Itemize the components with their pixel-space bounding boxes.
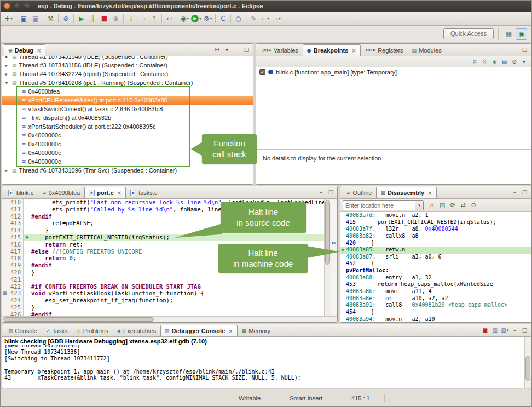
minimize-view-icon[interactable]: – <box>510 45 519 54</box>
external-tools-icon[interactable]: ⚙▾ <box>202 13 213 24</box>
home-icon[interactable]: ⌂ <box>427 200 437 210</box>
search-icon[interactable]: ○ <box>233 13 244 24</box>
minimize-view-icon[interactable]: – <box>316 187 326 197</box>
disasm-inst-row[interactable]: 40083a7d: movi.n a2, 1 <box>340 212 531 219</box>
close-tab-icon[interactable]: × <box>351 48 356 54</box>
disasm-inst-row[interactable]: 40083a8b: movi a11, 4 <box>340 288 531 295</box>
window-minimize-button[interactable] <box>14 3 20 9</box>
maximize-view-icon[interactable]: □ <box>242 45 251 54</box>
tab-variables[interactable]: (x)= Variables <box>258 44 303 56</box>
collapse-icon[interactable]: ▾ <box>5 81 12 85</box>
tab-0x4000bfea[interactable]: ≡ 0x4000bfea <box>38 187 84 198</box>
open-perspective-icon[interactable]: ▦ <box>503 28 514 40</box>
debug-icon[interactable]: ◉▾ <box>179 13 190 24</box>
expand-icon[interactable]: ▸ <box>5 63 12 68</box>
disasm-inst-row[interactable]: 40083a94: mov.n a2, a10 <box>340 316 531 322</box>
disasm-src-row[interactable]: 415 portEXIT_CRITICAL_NESTED(irqStatus); <box>340 219 531 226</box>
tab-tasks-c[interactable]: c tasks.c <box>126 187 161 198</box>
disasm-src-row[interactable]: 453 return heap_caps_malloc(xWantedSize <box>340 281 531 288</box>
code-line[interactable]: 415▶ portEXIT_CRITICAL_NESTED(irqStatus)… <box>2 234 324 241</box>
new-wizard-icon[interactable]: +▾ <box>3 13 14 24</box>
editor-vertical-scrollbar[interactable] <box>324 199 331 316</box>
location-input[interactable]: Enter location here ▾ <box>343 200 424 210</box>
stack-frame-row[interactable]: ≡vTaskSwitchContext() at tasks.c:2,846 0… <box>2 105 253 113</box>
breakpoint-checkbox[interactable]: ✓ <box>259 69 265 75</box>
show-breakpoints-for-selection-icon[interactable]: ◈ <box>490 57 499 66</box>
console-scrollbar[interactable] <box>524 337 531 388</box>
display-selected-console-icon[interactable]: ▥ <box>490 325 500 335</box>
code-line[interactable]: 424 esp_set_breakpoint_if_jtag(function)… <box>2 297 324 304</box>
refresh-view-icon[interactable]: ⟳ <box>448 200 458 210</box>
close-tab-icon[interactable]: × <box>427 190 432 196</box>
expand-icon[interactable]: ▸ <box>5 168 12 173</box>
debug-perspective-icon[interactable]: ◉ <box>516 28 527 40</box>
expand-icon[interactable]: ▸ <box>5 56 12 59</box>
code-line[interactable]: 426#endif <box>2 311 324 316</box>
debug-thread-row[interactable]: ▸▤Thread #4 1073432224 (dport) (Suspende… <box>2 70 253 78</box>
tab-tasks[interactable]: ✓ Tasks <box>42 325 72 336</box>
close-tab-icon[interactable]: × <box>228 328 233 334</box>
disasm-inst-row[interactable]: 40083a91: call8 0x40081b20 <heap_caps_ma… <box>340 302 531 309</box>
close-tab-icon[interactable]: × <box>37 48 41 54</box>
tab-port-c[interactable]: c port.c × <box>84 187 126 198</box>
disasm-inst-row[interactable]: 40083a82: callx8 a8 <box>340 233 531 240</box>
step-return-icon[interactable]: ↑ <box>148 13 160 24</box>
code-line[interactable]: 421 <box>2 276 324 283</box>
stack-frame-row[interactable]: ≡vPortCPUReleaseMutex() at port.c:415 0x… <box>2 96 253 105</box>
code-line[interactable]: 422#if CONFIG_FREERTOS_BREAK_ON_SCHEDULE… <box>2 283 324 290</box>
tab-outline[interactable]: ≡ Outline <box>342 187 376 198</box>
new-c-file-icon[interactable]: C <box>217 13 229 24</box>
tab-debug[interactable]: ◉ Debug × <box>4 44 45 56</box>
skip-all-breakpoints-view-icon[interactable]: ⊘ <box>510 57 519 66</box>
tab-debugger-console[interactable]: ▥ Debugger Console × <box>160 325 238 336</box>
remove-all-breakpoints-icon[interactable]: × <box>480 57 489 66</box>
overview-ruler[interactable] <box>331 199 337 316</box>
tab-problems[interactable]: ⚠ Problems <box>72 325 113 336</box>
save-icon[interactable]: ▣ <box>18 13 30 24</box>
tab-blink-c[interactable]: c blink.c <box>4 187 38 198</box>
maximize-view-icon[interactable]: □ <box>520 187 529 197</box>
tab-memory[interactable]: ▦ Memory <box>238 325 275 336</box>
back-icon[interactable]: ←▾ <box>259 13 271 24</box>
terminate-console-icon[interactable]: ■ <box>481 325 490 335</box>
skip-all-breakpoints-icon[interactable]: ⊘ <box>60 13 72 24</box>
tab-executables[interactable]: ◈ Executables <box>113 325 160 336</box>
collapse-all-icon[interactable]: ⊟ <box>212 45 222 54</box>
maximize-view-icon[interactable]: □ <box>520 325 529 335</box>
window-close-button[interactable] <box>4 3 10 9</box>
disasm-inst-row[interactable]: 40083a8e: or a10, a2, a2 <box>340 295 531 302</box>
minimize-view-icon[interactable]: – <box>510 325 519 335</box>
debug-thread-row[interactable]: ▸▤Thread #6 1073431096 (Tmr Svc) (Suspen… <box>2 166 253 175</box>
debug-thread-row[interactable]: ▾▤Thread #5 1073410208 (ipc1 : Running) … <box>2 78 253 87</box>
tab-modules[interactable]: ▤ Modules <box>408 44 446 56</box>
remove-breakpoint-icon[interactable]: × <box>470 57 479 66</box>
tab-breakpoints[interactable]: ● Breakpoints × <box>303 44 361 56</box>
debug-thread-row[interactable]: ▸▤Thread #2 1073431540 (IDLE) (Suspended… <box>2 56 253 61</box>
maximize-view-icon[interactable]: □ <box>520 45 529 54</box>
last-edit-location-icon[interactable]: ✎ <box>248 13 259 24</box>
view-menu-icon[interactable]: ▾ <box>519 57 529 66</box>
tab-registers[interactable]: 1010 Registers <box>361 44 408 56</box>
suspend-icon[interactable]: ‖ <box>87 13 99 24</box>
resume-icon[interactable]: ▶ <box>76 13 87 24</box>
run-icon[interactable]: ▶▾ <box>190 13 202 24</box>
maximize-view-icon[interactable]: □ <box>326 187 336 197</box>
terminate-icon[interactable]: ■ <box>99 13 110 24</box>
overview-marker[interactable] <box>332 242 336 244</box>
disasm-inst-row[interactable]: 40083a88: entry a1, 32 <box>340 274 531 282</box>
minimize-view-icon[interactable]: – <box>510 187 519 197</box>
step-over-icon[interactable]: → <box>137 13 148 24</box>
disconnect-icon[interactable]: ⊗ <box>110 13 122 24</box>
location-dropdown-icon[interactable]: ▾ <box>415 201 423 210</box>
sync-active-context-icon[interactable]: ⇄ <box>458 200 468 210</box>
show-source-icon[interactable]: ▤ <box>437 200 447 210</box>
view-menu-icon[interactable]: ▾ <box>222 45 232 54</box>
window-maximize-button[interactable] <box>24 3 30 9</box>
close-tab-icon[interactable]: × <box>117 190 122 196</box>
tab-console[interactable]: ▥ Console <box>4 325 42 336</box>
disasm-inst-row[interactable]: 40083a87: srli a3, a0, 6 <box>340 254 531 261</box>
disasm-src-row[interactable]: 452 { <box>340 260 531 267</box>
quick-access-field[interactable]: Quick Access <box>443 28 494 39</box>
breakpoint-row[interactable]: ✓ blink.c [function: app_main] [type: Te… <box>256 67 531 77</box>
expand-icon[interactable]: ▸ <box>5 72 12 77</box>
